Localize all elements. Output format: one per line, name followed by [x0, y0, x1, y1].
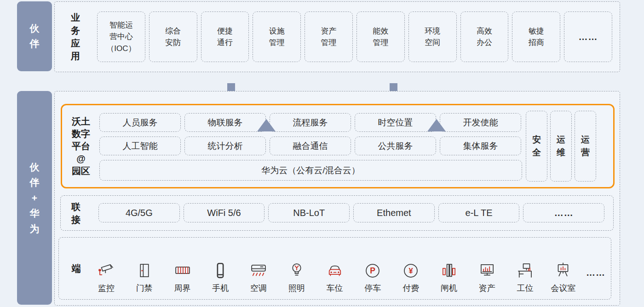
- partner-sidebar: 伙 伴: [17, 1, 52, 71]
- app-box-more: ……: [564, 11, 612, 62]
- fence-icon: [173, 259, 192, 280]
- connectivity-row: 4G/5G WiFi 5/6 NB-LoT Ethemet e-L TE ……: [98, 203, 604, 222]
- service-box-iot: 物联服务: [184, 113, 266, 132]
- ac-icon: [249, 259, 268, 280]
- connect-box-nbiot: NB-LoT: [268, 203, 350, 222]
- gate-icon: [439, 259, 459, 280]
- connector-square-icon: [390, 83, 397, 91]
- svg-text:¥: ¥: [409, 267, 414, 275]
- device-item: 车位: [320, 259, 350, 294]
- partner-huawei-sidebar: 伙 伴 + 华 为: [17, 91, 52, 305]
- platform-row-2: 人工智能 统计分析 融合通信 公共服务 集体服务: [99, 136, 521, 155]
- app-box-investment: 敏捷 招商: [512, 11, 560, 62]
- pillar-security: 安 全: [526, 111, 547, 182]
- devices-section: 端 监控 门禁 周界: [58, 237, 611, 300]
- connect-box-4g5g: 4G/5G: [98, 203, 180, 222]
- device-item: 周界: [167, 259, 198, 294]
- service-box-collective: 集体服务: [440, 136, 521, 155]
- service-box-ai: 人工智能: [99, 136, 181, 155]
- app-box-office: 高效 办公: [460, 11, 509, 62]
- business-apps-section: 业 务 应 用 智能运 营中心 （IOC） 综合 安防 便捷 通行 设施 管理 …: [54, 1, 620, 72]
- device-item: P 停车: [357, 259, 388, 294]
- device-item: 门禁: [129, 259, 160, 294]
- app-box-access: 便捷 通行: [201, 11, 249, 62]
- desk-icon: [515, 259, 535, 280]
- svg-text:P: P: [370, 266, 376, 275]
- phone-icon: [211, 259, 230, 280]
- connect-box-wifi: WiFi 5/6: [184, 203, 265, 222]
- devices-label: 端: [69, 238, 84, 299]
- partner-huawei-sidebar-label: 伙 伴 + 华 为: [30, 159, 40, 237]
- app-box-facility: 设施 管理: [253, 11, 301, 62]
- app-box-asset: 资产 管理: [305, 11, 353, 62]
- car-icon: [325, 259, 345, 280]
- pillar-om: 运 维: [550, 111, 572, 182]
- business-apps-label: 业 务 应 用: [66, 2, 85, 72]
- connect-box-more: ……: [523, 203, 604, 222]
- service-box-comms: 融合通信: [270, 136, 351, 155]
- app-box-environment: 环境 空间: [408, 11, 457, 62]
- huawei-cloud-box: 华为云（公有云/混合云）: [99, 160, 522, 181]
- service-box-statistics: 统计分析: [184, 136, 266, 155]
- triangle-up-icon: [427, 119, 446, 131]
- service-box-process: 流程服务: [270, 113, 351, 132]
- service-box-dev-enable: 开发使能: [440, 113, 521, 132]
- device-item: 手机: [205, 259, 236, 294]
- device-item: ¥ 付费: [396, 259, 426, 294]
- connectivity-label: 联 接: [68, 196, 84, 230]
- device-item: 监控: [91, 259, 121, 294]
- parking-icon: P: [363, 259, 382, 280]
- device-item: 闸机: [434, 259, 464, 294]
- app-box-energy: 能效 管理: [356, 11, 405, 62]
- service-box-spacetime: 时空位置: [355, 113, 436, 132]
- platform-row-1: 人员服务 物联服务 流程服务 时空位置 开发使能: [99, 113, 521, 132]
- device-item: 照明: [282, 259, 312, 294]
- cctv-icon: [97, 259, 116, 280]
- service-box-personnel: 人员服务: [99, 113, 181, 132]
- business-apps-row: 智能运 营中心 （IOC） 综合 安防 便捷 通行 设施 管理 资产 管理 能效…: [97, 11, 612, 62]
- connect-box-elte: e-L TE: [438, 203, 520, 222]
- bulb-icon: [287, 259, 306, 280]
- connector-square-icon: [227, 83, 235, 91]
- service-box-public: 公共服务: [355, 136, 436, 155]
- devices-row: 监控 门禁 周界 手机: [91, 245, 605, 294]
- device-item: 空调: [243, 259, 274, 294]
- device-item: 资产: [472, 259, 502, 294]
- app-box-security: 综合 安防: [149, 11, 197, 62]
- partner-sidebar-label: 伙 伴: [30, 21, 40, 51]
- pillar-operation: 运 营: [575, 111, 596, 182]
- smart-campus-architecture-diagram: 伙 伴 业 务 应 用 智能运 营中心 （IOC） 综合 安防 便捷 通行 设施…: [0, 0, 644, 307]
- connectivity-section: 联 接 4G/5G WiFi 5/6 NB-LoT Ethemet e-L TE…: [60, 195, 614, 231]
- devices-more-dots: ……: [586, 267, 605, 294]
- device-item: 会议室: [548, 259, 578, 294]
- platform-label: 沃土 数字 平台 @ 园区: [66, 105, 96, 187]
- pay-icon: ¥: [401, 259, 420, 280]
- app-box-ioc: 智能运 营中心 （IOC）: [97, 11, 145, 62]
- door-icon: [135, 259, 154, 280]
- device-item: 工位: [510, 259, 540, 294]
- triangle-up-icon: [257, 119, 276, 131]
- horizon-platform-box: 沃土 数字 平台 @ 园区 人员服务 物联服务 流程服务 时空位置 开发使能 人…: [61, 104, 615, 188]
- connect-box-ethernet: Ethemet: [353, 203, 435, 222]
- asset-icon: [477, 259, 497, 280]
- meeting-icon: [553, 259, 573, 280]
